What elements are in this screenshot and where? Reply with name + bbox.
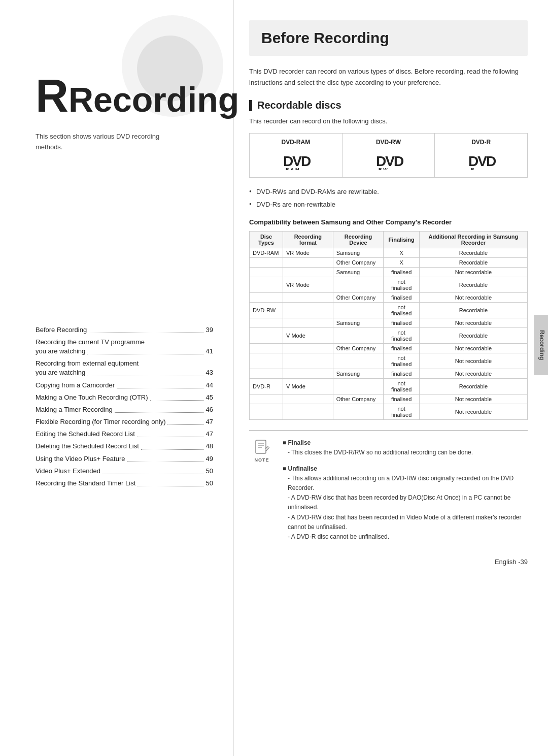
bullet-item: DVD-Rs are non-rewritable <box>249 200 528 210</box>
svg-text:RW: RW <box>379 167 389 170</box>
toc-dots <box>87 354 203 354</box>
compat-table-header-row: Disc TypesRecording formatRecording Devi… <box>250 232 528 248</box>
before-recording-title: Before Recording <box>261 29 516 47</box>
table-row: DVD-RV Modenot finalisedRecordable <box>250 379 528 395</box>
table-cell: Recordable <box>419 328 527 344</box>
toc-label: Recording from external equipment <box>36 359 139 368</box>
svg-text:RAM: RAM <box>286 167 301 170</box>
table-cell <box>250 277 283 293</box>
table-cell: V Mode <box>283 328 333 344</box>
note-label: NOTE <box>254 457 269 463</box>
table-cell: not finalised <box>384 404 420 420</box>
table-cell <box>333 277 384 293</box>
table-cell: Other Company <box>333 395 384 404</box>
table-cell <box>250 258 283 268</box>
table-cell: VR Mode <box>283 277 333 293</box>
section-description: This section shows various DVD recording… <box>36 132 188 153</box>
toc-label: Using the Video Plus+ Feature <box>36 454 125 464</box>
table-cell: not finalised <box>384 277 420 293</box>
table-cell <box>250 318 283 328</box>
toc-label: Flexible Recording (for Timer recording … <box>36 417 165 426</box>
table-row: Other CompanyfinalisedNot recordable <box>250 344 528 353</box>
table-cell <box>250 293 283 303</box>
table-row: not finalisedNot recordable <box>250 353 528 369</box>
table-cell: DVD-RW <box>250 303 283 318</box>
toc-item: Deleting the Scheduled Record List48 <box>36 442 213 451</box>
compat-table-body: DVD-RAMVR ModeSamsungXRecordableOther Co… <box>250 248 528 420</box>
toc-dots <box>87 376 203 376</box>
toc-dots <box>102 474 203 474</box>
table-cell: Not recordable <box>419 369 527 379</box>
dvd-type-cell: DVD-R DVD R <box>435 134 527 177</box>
page-container: RRecording This section shows various DV… <box>0 0 548 756</box>
recording-title: RRecording <box>36 71 213 121</box>
table-cell: V Mode <box>283 379 333 395</box>
table-cell: finalised <box>384 318 420 328</box>
toc-label: Before Recording <box>36 325 87 335</box>
heading-bar <box>249 100 252 111</box>
compat-th: Additional Recording in Samsung Recorder <box>419 232 527 248</box>
note-box: NOTE ■ Finalise- This closes the DVD-R/R… <box>249 430 528 548</box>
note-content: ■ Finalise- This closes the DVD-R/RW so … <box>283 438 528 548</box>
compat-th: Recording Device <box>333 232 384 248</box>
table-cell <box>283 395 333 404</box>
table-cell: DVD-RAM <box>250 248 283 258</box>
toc-dots <box>167 424 203 425</box>
table-row: SamsungfinalisedNot recordable <box>250 369 528 379</box>
table-cell: DVD-R <box>250 379 283 395</box>
table-cell: finalised <box>384 293 420 303</box>
table-cell <box>250 395 283 404</box>
toc-item: Recording from external equipmentyou are… <box>36 359 213 377</box>
table-cell: finalised <box>384 395 420 404</box>
toc-label: Deleting the Scheduled Record List <box>36 442 139 451</box>
toc-page: 44 <box>206 381 213 390</box>
table-cell <box>283 268 333 277</box>
toc-dots <box>150 400 204 401</box>
table-cell <box>283 344 333 353</box>
table-cell: finalised <box>384 344 420 353</box>
table-cell: Not recordable <box>419 353 527 369</box>
right-panel: Before Recording This DVD recorder can r… <box>233 0 548 756</box>
note-item-text: - This closes the DVD-R/RW so no additio… <box>283 448 528 457</box>
svg-text:R: R <box>471 167 476 170</box>
table-cell <box>250 344 283 353</box>
table-cell: Not recordable <box>419 395 527 404</box>
toc-item: Video Plus+ Extended50 <box>36 467 213 476</box>
toc-label: Recording the current TV programme <box>36 338 145 347</box>
table-cell <box>250 404 283 420</box>
toc-item: Recording the current TV programmeyou ar… <box>36 338 213 356</box>
toc-item: Copying from a Camcorder44 <box>36 381 213 390</box>
table-cell <box>283 318 333 328</box>
toc-page: 49 <box>206 454 213 464</box>
table-row: Other CompanyXRecordable <box>250 258 528 268</box>
intro-text: This DVD recorder can record on various … <box>249 66 528 88</box>
dvd-type-label: DVD-RW <box>346 139 432 146</box>
table-cell <box>250 268 283 277</box>
table-cell <box>283 353 333 369</box>
note-icon <box>253 438 271 456</box>
table-cell: Recordable <box>419 277 527 293</box>
toc-dots <box>141 449 204 450</box>
table-row: VR Modenot finalisedRecordable <box>250 277 528 293</box>
table-cell <box>333 303 384 318</box>
table-cell: Not recordable <box>419 344 527 353</box>
table-cell: Other Company <box>333 344 384 353</box>
note-item: ■ Unfinalise- This allows additional rec… <box>283 464 528 542</box>
table-row: DVD-RWnot finalisedRecordable <box>250 303 528 318</box>
table-cell: Recordable <box>419 248 527 258</box>
table-cell <box>333 328 384 344</box>
table-cell <box>283 293 333 303</box>
table-cell <box>333 404 384 420</box>
note-item-text: - This allows additional recording on a … <box>283 474 528 493</box>
toc-item: Editing the Scheduled Record List47 <box>36 430 213 439</box>
toc-dots <box>127 462 203 462</box>
toc-dots <box>115 412 204 413</box>
table-cell <box>283 258 333 268</box>
table-row: DVD-RAMVR ModeSamsungXRecordable <box>250 248 528 258</box>
note-item: ■ Finalise- This closes the DVD-R/RW so … <box>283 438 528 457</box>
toc-label-2: you are watching <box>36 368 85 377</box>
toc-item: Flexible Recording (for Timer recording … <box>36 417 213 426</box>
table-cell: finalised <box>384 369 420 379</box>
svg-rect-6 <box>256 440 266 453</box>
dvd-type-label: DVD-RAM <box>253 139 339 146</box>
